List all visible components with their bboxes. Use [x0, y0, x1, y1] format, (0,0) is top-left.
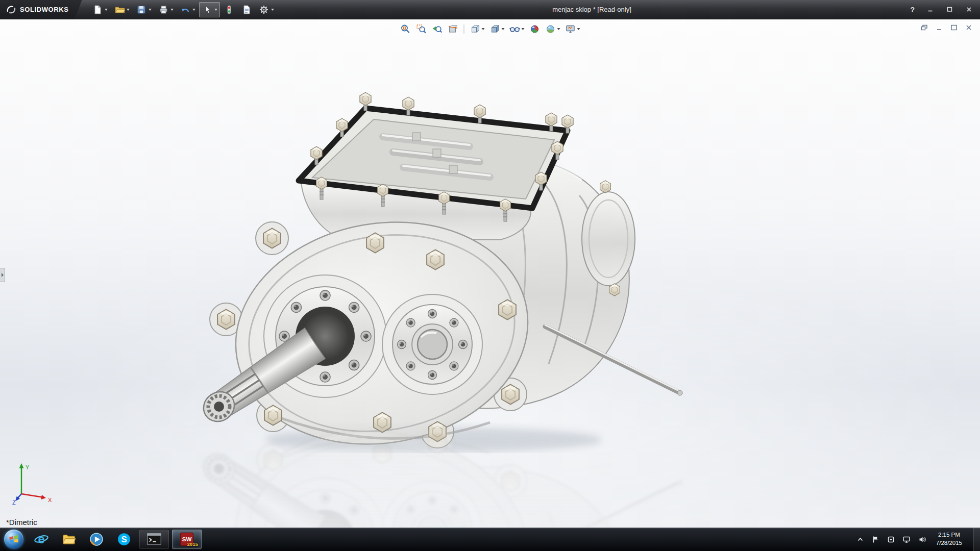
minimize-icon [927, 7, 933, 12]
ie-letter: e [38, 532, 44, 546]
gearbox-model[interactable] [194, 86, 704, 453]
network-icon [902, 536, 911, 543]
undo-icon [180, 4, 191, 15]
file-properties-button[interactable] [238, 2, 255, 17]
titlebar-right: ? [907, 4, 980, 15]
edit-appearance-ball-icon [529, 23, 541, 35]
skype-icon: S [116, 532, 132, 547]
close-icon [966, 7, 972, 12]
doc-close-button[interactable] [963, 22, 975, 32]
rebuild-button[interactable] [221, 2, 237, 17]
zoom-to-area-button[interactable] [414, 22, 429, 36]
taskbar-item-solidworks[interactable]: SW 2015 [172, 529, 202, 549]
hide-show-items-button[interactable] [508, 22, 526, 36]
open-button[interactable] [111, 2, 132, 17]
solidworks-window: SOLIDWORKS [0, 0, 980, 551]
doc-restore-button[interactable] [918, 22, 930, 32]
hide-show-glasses-icon [509, 23, 521, 35]
doc-maximize-icon [950, 24, 958, 31]
taskbar-clock[interactable]: 2:15 PM 7/28/2015 [933, 531, 965, 547]
undo-button[interactable] [177, 2, 198, 17]
internet-explorer-icon: e [34, 532, 49, 547]
featuremanager-collapsed-tab[interactable] [0, 268, 5, 282]
triad-z-label: Z [12, 499, 16, 505]
speaker-icon [918, 536, 926, 543]
chevron-up-icon [856, 536, 864, 543]
section-view-icon [448, 23, 459, 35]
flag-icon [872, 536, 879, 543]
show-hidden-icons-button[interactable] [855, 535, 865, 544]
windows-orb [4, 530, 23, 549]
tray-app-button[interactable] [886, 535, 896, 544]
graphics-area[interactable]: Y X Z *Dimetric [0, 19, 980, 528]
windows-flag-icon [8, 534, 19, 545]
media-player-icon [89, 532, 104, 547]
zoom-to-area-icon [416, 23, 427, 35]
volume-button[interactable] [917, 535, 927, 544]
previous-view-button[interactable] [430, 22, 445, 36]
doc-maximize-button[interactable] [948, 22, 960, 32]
select-tool-button[interactable] [199, 2, 220, 17]
minimize-button[interactable] [923, 4, 937, 15]
triad-y-label: Y [26, 464, 30, 470]
document-window-controls [918, 22, 975, 32]
options-button[interactable] [256, 2, 277, 17]
show-desktop-button[interactable] [973, 528, 980, 551]
panel-arrow-icon [2, 273, 4, 277]
triad-x-label: X [48, 497, 52, 503]
section-view-button[interactable] [446, 22, 460, 36]
taskbar-item-windows-explorer[interactable] [55, 528, 83, 551]
clock-date: 7/28/2015 [936, 539, 962, 547]
command-prompt-icon [146, 532, 162, 546]
action-center-button[interactable] [871, 535, 880, 544]
select-cursor-icon [202, 4, 213, 15]
solidworks-version-badge: 2015 [187, 542, 198, 547]
new-document-icon [92, 4, 103, 15]
toolbar-separator [464, 24, 464, 34]
maximize-icon [947, 7, 952, 12]
save-floppy-icon [136, 4, 147, 15]
view-settings-icon [565, 23, 576, 35]
edit-appearance-button[interactable] [528, 22, 542, 36]
windows-taskbar: e S [0, 528, 980, 551]
close-button[interactable] [962, 4, 976, 15]
network-button[interactable] [901, 535, 912, 544]
zoom-to-fit-button[interactable] [399, 22, 413, 36]
view-orientation-label: *Dimetric [6, 518, 37, 527]
maximize-button[interactable] [942, 4, 957, 15]
file-properties-icon [241, 4, 252, 15]
print-icon [158, 4, 169, 15]
taskbar-item-media-player[interactable] [83, 528, 110, 551]
view-orientation-button[interactable] [468, 22, 486, 36]
solidworks-logo-icon [6, 5, 16, 15]
help-button[interactable]: ? [907, 6, 918, 14]
new-document-button[interactable] [89, 2, 110, 17]
orientation-triad[interactable]: Y X Z [12, 461, 56, 505]
previous-view-icon [432, 23, 443, 35]
folder-icon [61, 532, 77, 547]
window-title: menjac sklop * [Read-only] [277, 6, 908, 13]
solidworks-logo: SOLIDWORKS [0, 0, 82, 19]
brand-text: SOLIDWORKS [20, 6, 69, 13]
view-settings-button[interactable] [564, 22, 582, 36]
print-button[interactable] [155, 2, 176, 17]
save-button[interactable] [133, 2, 154, 17]
display-style-icon [489, 23, 501, 35]
apply-scene-button[interactable] [544, 22, 562, 36]
zoom-to-fit-icon [400, 23, 411, 35]
doc-restore-icon [921, 24, 928, 31]
doc-minimize-button[interactable] [933, 22, 945, 32]
view-orientation-cube-icon [470, 23, 481, 35]
skype-letter: S [121, 535, 127, 544]
taskbar-item-internet-explorer[interactable]: e [28, 528, 55, 551]
taskbar-item-command-prompt[interactable] [139, 529, 169, 549]
system-tray: 2:15 PM 7/28/2015 [855, 528, 980, 551]
open-folder-icon [114, 4, 125, 15]
display-style-button[interactable] [488, 22, 506, 36]
taskbar-item-skype[interactable]: S [110, 528, 138, 551]
start-button[interactable] [0, 528, 28, 551]
doc-close-icon [965, 24, 972, 31]
doc-minimize-icon [936, 24, 943, 31]
clock-time: 2:15 PM [936, 531, 962, 539]
standard-toolbar [89, 2, 277, 17]
